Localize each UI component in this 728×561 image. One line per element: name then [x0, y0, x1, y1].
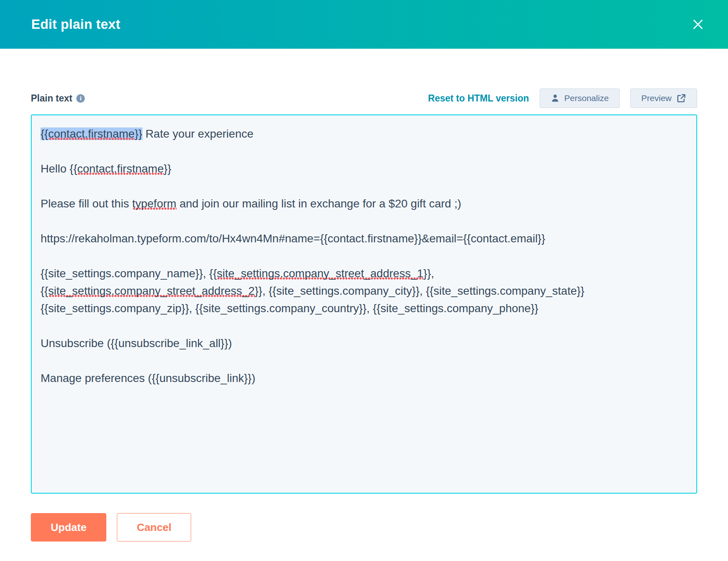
- editor-line: {{contact.firstname}} Rate your experien…: [41, 125, 687, 142]
- editor-text: }}, {{site_settings.company_city}}, {{si…: [255, 285, 585, 297]
- editor-text: Please fill out this: [41, 197, 132, 210]
- editor-text: }}: [164, 162, 172, 175]
- personalize-button[interactable]: Personalize: [540, 88, 620, 108]
- editor-line: [41, 142, 687, 160]
- editor-line: Unsubscribe ({{unsubscribe_link_all}}): [41, 334, 687, 352]
- editor-text: {{site_settings.company_zip}}, {{site_se…: [41, 302, 538, 315]
- plain-text-editor[interactable]: {{contact.firstname}} Rate your experien…: [31, 114, 697, 494]
- editor-text: Hello {{: [41, 162, 77, 175]
- preview-button[interactable]: Preview: [630, 88, 697, 108]
- modal-body: Plain text i Reset to HTML version Perso…: [0, 88, 728, 542]
- toolbar-actions: Reset to HTML version Personalize Previe…: [428, 88, 697, 108]
- editor-line: [41, 247, 687, 265]
- plain-text-label: Plain text: [31, 93, 72, 104]
- editor-text: Manage preferences ({{unsubscribe_link}}…: [41, 372, 255, 384]
- modal-footer: Update Cancel: [31, 513, 697, 542]
- modal-title: Edit plain text: [31, 17, 120, 32]
- plain-text-label-group: Plain text i: [31, 93, 85, 104]
- personalize-label: Personalize: [564, 93, 609, 103]
- editor-line: [41, 177, 687, 195]
- editor-line: {{site_settings.company_zip}}, {{site_se…: [41, 300, 687, 317]
- external-link-icon: [676, 93, 686, 103]
- editor-text: Unsubscribe ({{unsubscribe_link_all}}): [41, 337, 232, 350]
- selected-token: }}: [135, 127, 142, 140]
- editor-text: and join our mailing list in exchange fo…: [177, 197, 461, 210]
- editor-text: Rate your experience: [142, 127, 254, 140]
- editor-line: Manage preferences ({{unsubscribe_link}}…: [41, 369, 687, 387]
- editor-line: Please fill out this typeform and join o…: [41, 195, 687, 212]
- editor-line: {{site_settings.company_street_address_2…: [41, 282, 687, 300]
- editor-toolbar: Plain text i Reset to HTML version Perso…: [31, 88, 697, 108]
- info-icon[interactable]: i: [76, 94, 85, 103]
- editor-line: [41, 352, 687, 369]
- misspelled-token: contact.firstname: [77, 162, 164, 175]
- update-button[interactable]: Update: [31, 513, 106, 542]
- cancel-button[interactable]: Cancel: [117, 513, 191, 542]
- editor-line: {{site_settings.company_name}}, {{site_s…: [41, 265, 687, 282]
- misspelled-token: site_settings.company_street_address_2: [48, 285, 255, 297]
- modal-header: Edit plain text: [0, 0, 728, 49]
- editor-text: }},: [423, 267, 434, 280]
- editor-line: [41, 212, 687, 230]
- editor-text: {{: [41, 285, 48, 297]
- selected-token: contact.firstname: [48, 127, 135, 140]
- editor-line: https://rekaholman.typeform.com/to/Hx4wn…: [41, 230, 687, 247]
- selected-token: {{: [41, 127, 48, 140]
- close-icon: [691, 17, 705, 31]
- close-button[interactable]: [688, 15, 708, 34]
- misspelled-token: typeform: [132, 197, 177, 210]
- edit-plain-text-modal: Edit plain text Plain text i Reset to HT…: [0, 0, 728, 542]
- editor-line: [41, 317, 687, 334]
- misspelled-token: site_settings.company_street_address_1: [217, 267, 423, 280]
- editor-text: https://rekaholman.typeform.com/to/Hx4wn…: [41, 232, 545, 245]
- preview-label: Preview: [641, 93, 672, 103]
- editor-text: {{site_settings.company_name}}, {{: [41, 267, 217, 280]
- editor-line: Hello {{contact.firstname}}: [41, 160, 687, 177]
- person-icon: [551, 94, 560, 103]
- reset-html-link[interactable]: Reset to HTML version: [428, 93, 529, 104]
